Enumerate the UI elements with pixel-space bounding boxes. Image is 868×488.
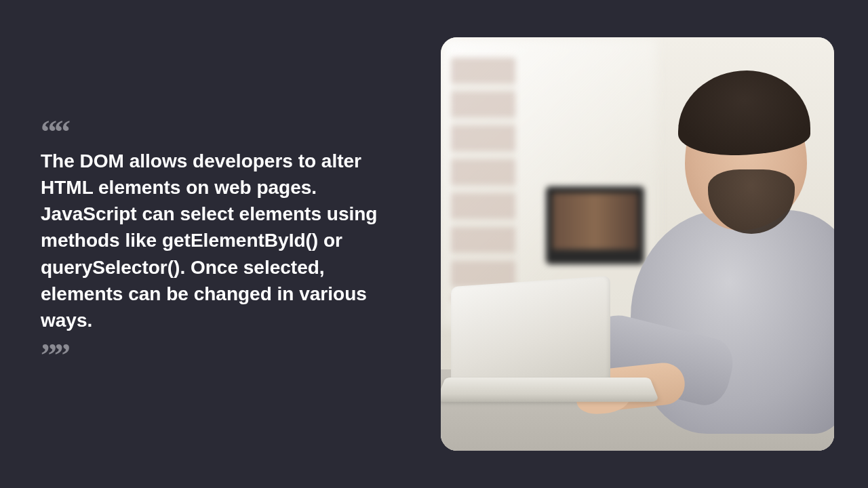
hero-photo: [441, 37, 834, 451]
photo-scene: [441, 37, 834, 451]
person-hair: [678, 70, 810, 155]
bookshelf: [451, 58, 515, 302]
quote-text: The DOM allows developers to alter HTML …: [41, 148, 393, 333]
open-quote-icon: ““: [41, 123, 393, 142]
laptop-screen: [451, 276, 610, 392]
slide-container: ““ The DOM allows developers to alter HT…: [0, 0, 868, 488]
laptop-base: [441, 378, 660, 402]
quote-block: ““ The DOM allows developers to alter HT…: [41, 123, 407, 365]
close-quote-icon: ””: [41, 346, 393, 365]
